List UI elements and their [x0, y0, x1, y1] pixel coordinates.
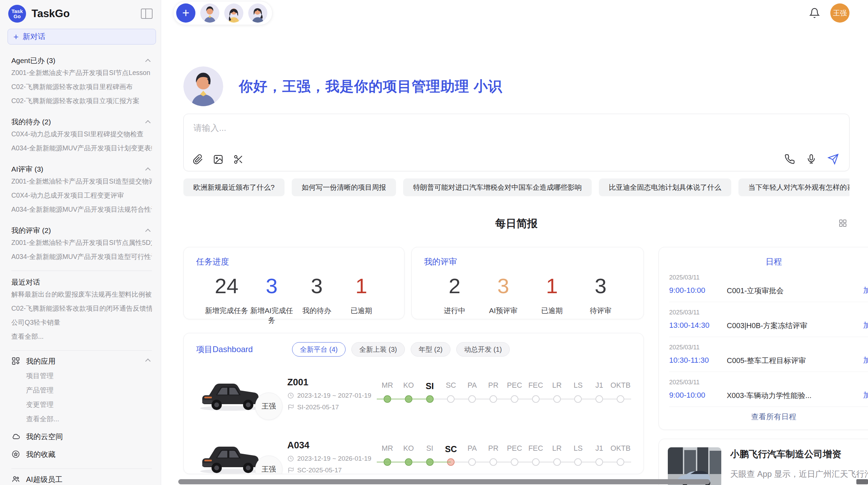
suggestion-chips: 欧洲新规最近颁布了什么? 如何写一份清晰的项目周报 特朗普可能对进口汽车增税会对…: [183, 178, 849, 196]
my-apps-label: 我的应用: [26, 356, 56, 366]
new-chat-button[interactable]: + 新对话: [8, 29, 156, 45]
project-row[interactable]: 王强 Z001 2023-12-19 ~ 2027-01-19 SI-2025-…: [196, 368, 631, 420]
phone-icon[interactable]: [784, 154, 795, 164]
stat: 1已逾期: [339, 275, 384, 325]
list-item[interactable]: C02-飞腾新能源轻客改款项目立项汇报方案: [11, 94, 152, 108]
list-item[interactable]: C0X4-动力总成开发项目SI里程碑提交物检查: [11, 127, 152, 141]
section-agent-done[interactable]: Agent已办 (3): [11, 55, 152, 66]
layout-grid-icon[interactable]: [838, 219, 847, 228]
sidebar-header: Task Go TaskGo: [0, 0, 161, 23]
scrollbar-corner: [856, 479, 868, 484]
list-item[interactable]: A034-全新新能源MUV产品开发项目法规符合性评审: [11, 202, 152, 216]
milestone-dot: [574, 395, 582, 403]
filter-chip[interactable]: 年型 (2): [411, 342, 450, 357]
section-my-review[interactable]: 我的评审 (2): [11, 225, 152, 236]
milestone-timeline: MRKOSISCPAPRPECFECLRLSJ1OKTB: [377, 444, 631, 470]
sidebar-item-ai-super-staff[interactable]: AI超级员工: [11, 472, 152, 485]
user-avatar[interactable]: 王强: [830, 3, 849, 23]
milestone-label: MR: [377, 444, 398, 454]
milestone-dot: [595, 395, 603, 403]
milestone-dot: [468, 458, 476, 466]
join-link[interactable]: 加入: [863, 320, 868, 331]
recent-view-all[interactable]: 查看全部...: [11, 329, 152, 344]
view-all-schedule-link[interactable]: 查看所有日程: [669, 412, 868, 422]
sidebar-collapse-icon[interactable]: [141, 9, 153, 19]
apps-view-all[interactable]: 查看全部...: [11, 412, 152, 426]
send-icon[interactable]: [828, 153, 839, 165]
event-time: 13:00-14:30: [669, 321, 727, 330]
briefing-stat-cards: 任务进度 24新增完成任务 3新增AI完成任务 3我的待办 1已逾期 我的评审 …: [183, 247, 644, 319]
schedule-title: 日程: [669, 256, 868, 267]
sidebar-item-project-mgmt[interactable]: 项目管理: [11, 369, 152, 383]
project-dashboard-card: 项目Dashboard 全新平台 (4) 全新上装 (3) 年型 (2) 动总开…: [183, 333, 644, 474]
chat-input[interactable]: [184, 114, 849, 144]
news-card[interactable]: 小鹏飞行汽车制造公司增资 天眼查 App 显示，近日广州汇天飞行汽...: [659, 439, 868, 485]
scissors-icon[interactable]: [233, 154, 244, 165]
people-icon: [11, 475, 20, 484]
list-item[interactable]: 解释最新出台的欧盟报废车法规再生塑料比例被调至15%...: [11, 287, 152, 301]
milestone-timeline: MRKOSISCPAPRPECFECLRLSJ1OKTB: [377, 381, 631, 407]
filter-chip[interactable]: 全新平台 (4): [292, 342, 346, 357]
milestone-dot: [532, 395, 540, 403]
join-link[interactable]: 加入: [863, 355, 868, 365]
milestone-label: PR: [483, 381, 504, 391]
suggestion-chip[interactable]: 欧洲新规最近颁布了什么?: [183, 178, 285, 196]
list-item[interactable]: 公司Q3轻卡销量: [11, 315, 152, 329]
sidebar-item-my-apps[interactable]: 我的应用: [11, 353, 152, 369]
section-recent-chats: 最近对话: [11, 277, 152, 287]
list-item[interactable]: Z001-全新燃油轻卡产品开发项目SI造型提交物评审: [11, 174, 152, 188]
avatar[interactable]: [200, 3, 219, 23]
flag-icon: [287, 404, 294, 411]
avatar[interactable]: [248, 3, 267, 23]
milestone-label: OKTB: [610, 444, 631, 454]
suggestion-chip[interactable]: 特朗普可能对进口汽车增税会对中国车企造成哪些影响: [403, 178, 592, 196]
join-link[interactable]: 加入: [863, 285, 868, 296]
sidebar-item-favorites[interactable]: 我的收藏: [11, 447, 152, 462]
suggestion-chip[interactable]: 如何写一份清晰的项目周报: [292, 178, 396, 196]
stat: 1已逾期: [530, 275, 574, 315]
mic-icon[interactable]: [806, 154, 817, 164]
add-member-button[interactable]: +: [176, 3, 195, 23]
filter-chip[interactable]: 全新上装 (3): [351, 342, 405, 357]
dashboard-title: 项目Dashboard: [196, 344, 292, 355]
chevron-up-icon: [145, 120, 151, 126]
list-item[interactable]: C0X4-动力总成开发项目工程变更评审: [11, 188, 152, 202]
project-row[interactable]: 王强 A034 2023-12-19 ~ 2026-01-19 SC-2025-…: [196, 431, 631, 474]
bell-icon[interactable]: [809, 8, 820, 18]
avatar[interactable]: [224, 3, 243, 23]
suggestion-chip[interactable]: 比亚迪全固态电池计划具体说了什么: [599, 178, 731, 196]
paperclip-icon[interactable]: [193, 154, 203, 165]
schedule-event: 2025/03/11 9:00-10:00 X003-车辆动力学性能验... 加…: [669, 372, 868, 407]
list-item[interactable]: C02-飞腾新能源轻客改款项目的闭环通告反馈情况: [11, 301, 152, 315]
input-right-toolbar: [784, 153, 839, 165]
sidebar-item-cloud-space[interactable]: 我的云空间: [11, 429, 152, 444]
filter-chip[interactable]: 动总开发 (1): [456, 342, 510, 357]
milestone-label: LR: [546, 444, 568, 454]
milestone-label: LR: [546, 381, 568, 391]
sidebar-item-product-mgmt[interactable]: 产品管理: [11, 383, 152, 397]
milestone-dot: [447, 395, 455, 403]
milestone-dot: [553, 395, 561, 403]
milestone-dot: [511, 395, 518, 403]
star-badge-icon: [11, 450, 20, 459]
sidebar-item-change-mgmt[interactable]: 变更管理: [11, 397, 152, 412]
section-my-todo[interactable]: 我的待办 (2): [11, 117, 152, 127]
join-link[interactable]: 加入: [863, 390, 868, 400]
event-date: 2025/03/11: [669, 379, 868, 386]
milestone-label: PR: [483, 444, 504, 454]
flag-icon: [287, 467, 294, 474]
logo-text-bottom: Go: [14, 14, 21, 19]
list-item[interactable]: Z001-全新燃油皮卡产品开发项目SI节点Lesson Learn报告: [11, 66, 152, 80]
news-snippet: 天眼查 App 显示，近日广州汇天飞行汽...: [730, 469, 868, 480]
list-item[interactable]: Z001-全新燃油轻卡产品开发项目SI节点属性5D文件评审: [11, 236, 152, 250]
event-date: 2025/03/11: [669, 344, 868, 351]
list-item[interactable]: C02-飞腾新能源轻客改款项目里程碑画布: [11, 80, 152, 94]
chevron-up-icon: [145, 167, 151, 173]
list-item[interactable]: A034-全新新能源MUV产品开发项目造型可行性评审: [11, 250, 152, 264]
image-icon[interactable]: [213, 154, 224, 165]
scrollbar-thumb[interactable]: [178, 479, 710, 484]
list-item[interactable]: A034-全新新能源MUV产品开发项目计划变更表编写: [11, 141, 152, 155]
suggestion-chip[interactable]: 当下年轻人对汽车外观有怎样的喜好趋势: [738, 178, 849, 196]
section-ai-review[interactable]: AI评审 (3): [11, 164, 152, 174]
chat-input-card: [183, 114, 849, 171]
